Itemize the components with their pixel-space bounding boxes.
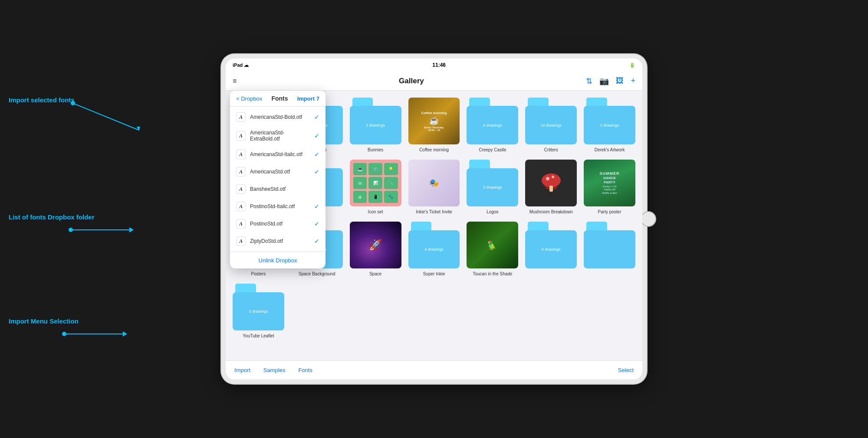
gallery-item-logos[interactable]: 3 drawings Logos <box>467 160 518 215</box>
svg-rect-13 <box>549 186 553 192</box>
unlink-dropbox-button[interactable]: Unlink Dropbox <box>259 257 297 264</box>
annotation-list-fonts: List of fonts Dropbox folder <box>9 212 94 222</box>
font-item-1[interactable]: A AmericanaStd-ExtraBold.otf ✓ <box>230 126 326 146</box>
check-2: ✓ <box>314 151 319 158</box>
hamburger-icon[interactable]: ≡ <box>233 77 237 85</box>
svg-marker-5 <box>129 227 134 232</box>
check-5: ✓ <box>314 203 319 210</box>
label-coffee: Coffee morning <box>419 147 449 153</box>
gallery-item-youtube[interactable]: 3 drawings YouTube Leaflet <box>233 284 284 339</box>
font-item-2[interactable]: A AmericanaStd-Italic.otf ✓ <box>230 146 326 163</box>
font-name-2: AmericanaStd-Italic.otf <box>250 151 314 157</box>
nav-left: ≡ <box>233 77 237 85</box>
gallery-item-mushroom[interactable]: Mushroom Breakdown <box>525 160 577 215</box>
font-item-6[interactable]: A PostinoStd.otf ✓ <box>230 215 326 232</box>
popover-title: Fonts <box>271 95 288 102</box>
label-inkie: Inkie's Ticket Invite <box>416 209 452 215</box>
gallery-item-summer[interactable]: SUMMER DANCE PARTY Friday 7-10Tables $5R… <box>584 160 635 215</box>
gallery-item-space[interactable]: 🚀 Space <box>350 222 401 277</box>
font-item-5[interactable]: A PostinoStd-Italic.otf ✓ <box>230 198 326 215</box>
iconset-cell-8: 📱 <box>368 191 382 203</box>
annotation-arrow-2 <box>67 221 145 239</box>
svg-line-1 <box>73 103 139 130</box>
font-icon-2: A <box>236 150 246 159</box>
check-3: ✓ <box>314 168 319 175</box>
folder-youtube: 3 drawings <box>233 284 284 330</box>
svg-point-11 <box>546 177 549 180</box>
status-time: 11:46 <box>432 62 446 68</box>
ipad-label: iPad ☁ <box>233 62 249 68</box>
device-screen: iPad ☁ 11:46 🔋 ≡ Gallery ⇅ 📷 🖼 + <box>226 59 642 379</box>
gallery-item-derek[interactable]: 2 drawings Derek's Artwork <box>584 98 635 153</box>
iconset-cell-9: 🐾 <box>384 191 398 203</box>
iconset-cell-6: 🔧 <box>384 177 398 189</box>
popover-header: < Dropbox Fonts Import 7 <box>230 91 326 107</box>
nav-bar: ≡ Gallery ⇅ 📷 🖼 + <box>226 72 642 91</box>
status-bar: iPad ☁ 11:46 🔋 <box>226 59 642 72</box>
camera-icon[interactable]: 📷 <box>599 76 609 86</box>
battery-icon: 🔋 <box>629 62 635 68</box>
fonts-popover: < Dropbox Fonts Import 7 A AmericanaStd-… <box>230 91 326 268</box>
font-icon-0: A <box>236 112 246 122</box>
thumb-toucan: 🦜 <box>467 222 518 268</box>
tab-bar-left: Import Samples Fonts <box>234 367 312 373</box>
font-icon-6: A <box>236 219 246 229</box>
gallery-item-iconset[interactable]: 💻 ⚙️ 💡 🗂 📊 🔧 🖨 📱 🐾 Icon set <box>350 160 401 215</box>
annotation-import-menu-text: Import Menu Selection <box>9 317 79 325</box>
font-item-4[interactable]: A BansheeStd.otf ✓ <box>230 180 326 198</box>
gallery-item-empty3[interactable] <box>584 222 635 277</box>
thumb-space: 🚀 <box>350 222 401 268</box>
font-item-0[interactable]: A AmericanaStd-Bold.otf ✓ <box>230 108 326 126</box>
nav-right: ⇅ 📷 🖼 + <box>586 76 635 86</box>
annotation-list-fonts-text: List of fonts Dropbox folder <box>9 213 94 221</box>
gallery-item-coffee[interactable]: Coffee morning ☕ Every Thursday10:00 – 1… <box>408 98 460 153</box>
thumb-mushroom <box>525 160 577 206</box>
font-item-7[interactable]: A ZiptyDoStd.otf ✓ <box>230 232 326 250</box>
folder-bunnies: 3 drawings <box>350 98 401 144</box>
popover-import-action[interactable]: Import 7 <box>297 95 319 102</box>
svg-point-10 <box>542 173 561 187</box>
tab-fonts[interactable]: Fonts <box>298 367 312 373</box>
svg-marker-2 <box>137 127 140 131</box>
label-spacebg: Space Background <box>299 271 335 277</box>
font-name-4: BansheeStd.otf <box>250 186 314 192</box>
label-logos: Logos <box>487 209 498 215</box>
popover-back-button[interactable]: < Dropbox <box>236 95 262 102</box>
font-item-3[interactable]: A AmericanaStd.otf ✓ <box>230 163 326 180</box>
gallery-item-logos6[interactable]: 6 drawings <box>525 222 577 277</box>
label-iconset: Icon set <box>368 209 383 215</box>
annotation-arrow-1 <box>69 100 156 143</box>
tab-import[interactable]: Import <box>234 367 250 373</box>
thumb-coffee: Coffee morning ☕ Every Thursday10:00 – 1… <box>408 98 460 144</box>
mushroom-svg <box>538 170 564 196</box>
label-summer: Party poster <box>598 209 621 215</box>
annotation-import-menu: Import Menu Selection <box>9 317 79 326</box>
font-name-0: AmericanaStd-Bold.otf <box>250 114 314 120</box>
gallery-item-superinkie[interactable]: 4 drawings Super Inkie <box>408 222 460 277</box>
label-superinkie: Super Inkie <box>423 271 445 277</box>
sort-icon[interactable]: ⇅ <box>586 76 592 86</box>
gallery-item-bunnies[interactable]: 3 drawings Bunnies <box>350 98 401 153</box>
gallery-item-inkie[interactable]: 🎭 Inkie's Ticket Invite <box>408 160 460 215</box>
gallery-item-critters[interactable]: 14 drawings Critters <box>525 98 577 153</box>
status-right: 🔋 <box>629 62 635 68</box>
iconset-cell-2: ⚙️ <box>368 163 382 175</box>
folder-critters: 14 drawings <box>525 98 577 144</box>
font-icon-7: A <box>236 236 246 246</box>
check-6: ✓ <box>314 220 319 227</box>
font-name-1: AmericanaStd-ExtraBold.otf <box>250 130 314 142</box>
folder-logos6: 6 drawings <box>525 222 577 268</box>
svg-marker-8 <box>123 331 127 337</box>
gallery-item-creepy[interactable]: 4 drawings Creepy Castle <box>467 98 518 153</box>
annotation-import-fonts: Import selected fonts <box>9 95 75 105</box>
home-button[interactable] <box>641 211 656 227</box>
image-icon[interactable]: 🖼 <box>616 76 624 85</box>
add-icon[interactable]: + <box>631 76 635 85</box>
thumb-summer: SUMMER DANCE PARTY Friday 7-10Tables $5R… <box>584 160 635 206</box>
tab-samples[interactable]: Samples <box>263 367 286 373</box>
font-icon-1: A <box>236 131 246 141</box>
tab-select[interactable]: Select <box>618 367 634 373</box>
gallery-item-toucan[interactable]: 🦜 Toucan in the Shade <box>467 222 518 277</box>
folder-logos: 3 drawings <box>467 160 518 206</box>
iconset-cell-5: 📊 <box>368 177 382 189</box>
